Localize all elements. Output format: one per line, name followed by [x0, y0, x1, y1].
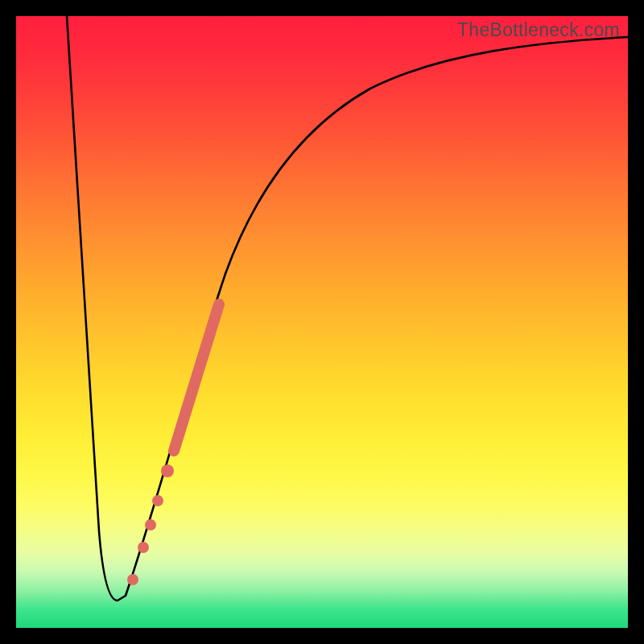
highlight-dot [138, 542, 149, 553]
curve-layer [16, 16, 628, 628]
highlight-dot [152, 495, 163, 506]
highlight-segment [174, 304, 219, 451]
chart-frame: TheBottleneck.com [0, 0, 644, 644]
highlight-dot [145, 519, 156, 530]
bottleneck-curve [67, 16, 628, 601]
plot-area: TheBottleneck.com [16, 16, 628, 628]
highlight-dot [161, 464, 174, 477]
highlight-dot [127, 574, 138, 585]
